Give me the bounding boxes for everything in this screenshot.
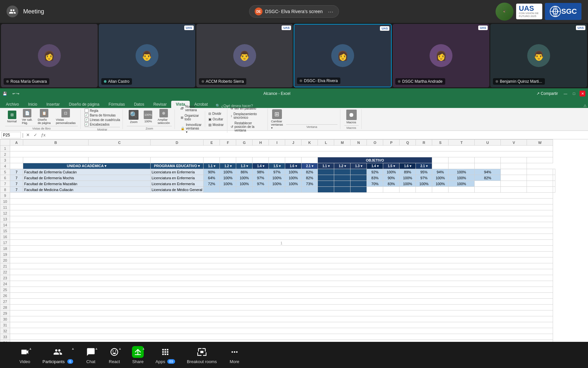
btn-mostrar[interactable]: ▤Mostrar	[206, 122, 226, 127]
cell-6G[interactable]: 97%	[253, 175, 269, 181]
cell-7H[interactable]: 100%	[269, 181, 285, 187]
cell-8K[interactable]	[318, 187, 334, 193]
col-L[interactable]: L	[318, 140, 334, 146]
btn-vistas-personalizadas[interactable]: ⊡ Vistaspersonalizadas	[54, 108, 78, 125]
action-video[interactable]: ▲ Video	[13, 346, 37, 364]
col-C[interactable]: C	[89, 140, 151, 146]
cell-5V[interactable]	[527, 169, 553, 175]
cell-6F[interactable]: 100%	[236, 175, 253, 181]
cell-5R[interactable]: 94%	[432, 169, 449, 175]
cell-7Q[interactable]: 100%	[416, 181, 432, 187]
cell-6V[interactable]	[527, 175, 553, 181]
spreadsheet[interactable]: A B C D E F G H I J K L M N O P Q	[0, 139, 588, 342]
action-share[interactable]: ▲ Share	[126, 346, 150, 364]
col-G[interactable]: G	[236, 140, 253, 146]
tab-datos[interactable]: Datos	[129, 101, 149, 108]
cell-3J[interactable]	[285, 157, 302, 163]
cell-7C[interactable]: Licenciatura en Enfermería	[151, 181, 204, 187]
cell-7F[interactable]: 100%	[236, 181, 253, 187]
cell-6D[interactable]: 64%	[204, 175, 220, 181]
cell-3U[interactable]	[475, 157, 501, 163]
cell-6E[interactable]: 100%	[220, 175, 236, 181]
tab-insertar[interactable]: Insertar	[42, 101, 64, 108]
cell-7R[interactable]: 100%	[432, 181, 449, 187]
cell-3I[interactable]	[269, 157, 285, 163]
cell-8A[interactable]: 7	[10, 187, 23, 193]
cell-3V[interactable]	[501, 157, 527, 163]
col-N[interactable]: N	[351, 140, 367, 146]
cell-6S[interactable]: 100%	[449, 175, 475, 181]
cell-7M[interactable]	[351, 181, 367, 187]
cell-5L[interactable]	[334, 169, 351, 175]
cell-5S[interactable]: 100%	[449, 169, 475, 175]
col-V[interactable]: V	[501, 140, 527, 146]
checkbox-encabezados[interactable]	[85, 122, 89, 126]
cell-8G[interactable]	[253, 187, 269, 193]
tab-formulas[interactable]: Fórmulas	[104, 101, 129, 108]
cell-8H[interactable]	[269, 187, 285, 193]
cell-6L[interactable]	[334, 175, 351, 181]
cell-3T[interactable]	[449, 157, 475, 163]
cell-6Q[interactable]: 97%	[416, 175, 432, 181]
action-breakout[interactable]: Breakout rooms	[181, 346, 223, 364]
btn-ocultar[interactable]: ▣Ocultar	[206, 117, 226, 122]
cell-4U[interactable]	[449, 163, 475, 169]
cell-7O[interactable]: 83%	[383, 181, 400, 187]
cell-8J[interactable]	[302, 187, 318, 193]
cell-7I[interactable]: 100%	[285, 181, 302, 187]
btn-100pct[interactable]: 100% 100%	[142, 110, 154, 124]
col-H[interactable]: H	[253, 140, 269, 146]
col-Q[interactable]: Q	[400, 140, 416, 146]
cell-8D[interactable]	[204, 187, 220, 193]
cell-6O[interactable]: 90%	[383, 175, 400, 181]
col-B[interactable]: B	[23, 140, 89, 146]
btn-restablecer[interactable]: ↺Restablecer posición de la ventana	[229, 121, 266, 133]
cell-7D[interactable]: 72%	[204, 181, 220, 187]
col-E[interactable]: E	[204, 140, 220, 146]
action-participants[interactable]: ▲ Participants 6	[37, 346, 79, 364]
btn-desplazamiento[interactable]: ↕Desplazamiento sincrónico	[229, 112, 266, 120]
excel-close[interactable]: ✕	[580, 91, 585, 96]
cell-6C[interactable]: Licenciatura en Enfermería	[151, 175, 204, 181]
cell-8N[interactable]	[367, 187, 383, 193]
cell-8V[interactable]	[527, 187, 553, 193]
cell-5N[interactable]: 92%	[367, 169, 383, 175]
cell-3A[interactable]	[10, 157, 23, 163]
cell-r1[interactable]	[10, 146, 553, 151]
col-K[interactable]: K	[302, 140, 318, 146]
cell-6M[interactable]	[351, 175, 367, 181]
cell-8Q[interactable]	[416, 187, 432, 193]
cell-4A[interactable]	[10, 163, 23, 169]
cancel-formula[interactable]: ✕	[25, 132, 31, 137]
cell-5M[interactable]	[351, 169, 367, 175]
cell-5A[interactable]: 7	[10, 169, 23, 175]
cell-3F[interactable]	[220, 157, 236, 163]
cell-8R[interactable]	[432, 187, 449, 193]
cell-5Q[interactable]: 95%	[416, 169, 432, 175]
col-A[interactable]: A	[10, 140, 23, 146]
cell-7N[interactable]: 70%	[367, 181, 383, 187]
cell-5U[interactable]	[501, 169, 527, 175]
cell-8O[interactable]	[383, 187, 400, 193]
tab-revisar[interactable]: Revisar	[149, 101, 172, 108]
cell-5T[interactable]: 94%	[475, 169, 501, 175]
cell-8B[interactable]: Facultad de Medicina Culiacán	[23, 187, 151, 193]
cell-3D[interactable]	[151, 157, 204, 163]
tab-diseno[interactable]: Diseño de página	[64, 101, 104, 108]
action-react[interactable]: ▲ React	[103, 346, 126, 364]
cell-8F[interactable]	[236, 187, 253, 193]
col-M[interactable]: M	[334, 140, 351, 146]
btn-ampliar[interactable]: ⊕ Ampliarselección	[155, 108, 172, 125]
cell-6A[interactable]: 7	[10, 175, 23, 181]
cell-3C[interactable]	[89, 157, 151, 163]
btn-nueva-ventana[interactable]: 🗗Nueva ventana	[179, 104, 204, 113]
cell-5G[interactable]: 98%	[253, 169, 269, 175]
col-O[interactable]: O	[367, 140, 383, 146]
col-I[interactable]: I	[269, 140, 285, 146]
col-D[interactable]: D	[151, 140, 204, 146]
cell-5C[interactable]: Licenciatura en Enfermería	[151, 169, 204, 175]
cell-7P[interactable]: 100%	[400, 181, 416, 187]
cell-6J[interactable]: 82%	[302, 175, 318, 181]
checkbox-regla[interactable]	[85, 109, 89, 113]
col-U[interactable]: U	[475, 140, 501, 146]
